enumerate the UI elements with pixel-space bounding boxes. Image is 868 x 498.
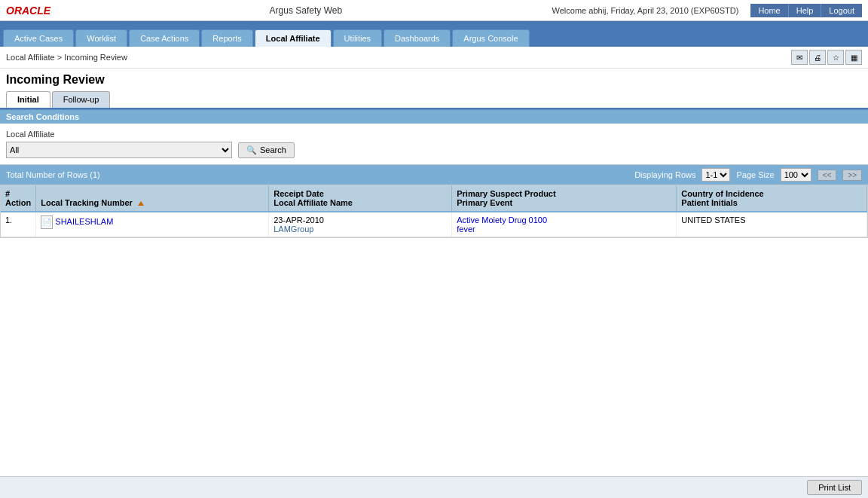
search-row: All 🔍 Search bbox=[6, 142, 862, 158]
bookmark-icon-btn[interactable]: ☆ bbox=[827, 50, 844, 65]
search-field-label: Local Affiliate bbox=[6, 130, 862, 139]
next-page-btn[interactable]: >> bbox=[842, 170, 862, 181]
grid-icon-btn[interactable]: ▦ bbox=[845, 50, 862, 65]
welcome-text: Welcome abhij, Friday, April 23, 2010 (E… bbox=[552, 6, 739, 15]
cell-receipt-date: 23-APR-2010 LAMGroup bbox=[269, 212, 452, 237]
sort-arrow-icon bbox=[138, 201, 144, 206]
breadcrumb: Local Affiliate > Incoming Review bbox=[6, 53, 127, 62]
search-button-label: Search bbox=[260, 145, 286, 154]
sub-tab-followup[interactable]: Follow-up bbox=[52, 91, 111, 108]
cell-country: UNITED STATES bbox=[677, 212, 867, 237]
table-row: 1. 📄 SHAILESHLAM 23-APR-2010 LAMGroup Ac… bbox=[1, 212, 867, 237]
page-footer: Print List bbox=[0, 476, 868, 498]
tab-reports[interactable]: Reports bbox=[201, 29, 253, 47]
results-bar-right: Displaying Rows 1-1 Page Size 100 25 50 … bbox=[634, 168, 862, 182]
breadcrumb-bar: Local Affiliate > Incoming Review ✉ 🖨 ☆ … bbox=[0, 47, 868, 69]
email-icon-btn[interactable]: ✉ bbox=[791, 50, 808, 65]
col-receipt-date: Receipt Date Local Affiliate Name bbox=[269, 185, 452, 212]
sub-tab-initial[interactable]: Initial bbox=[6, 91, 50, 108]
col-num-action: # Action bbox=[1, 185, 36, 212]
primary-product[interactable]: Active Moiety Drug 0100 bbox=[457, 215, 671, 225]
results-bar: Total Number of Rows (1) Displaying Rows… bbox=[0, 165, 868, 185]
page-size-label: Page Size bbox=[736, 170, 774, 179]
local-affiliate-select[interactable]: All bbox=[6, 142, 232, 158]
app-title: Argus Safety Web bbox=[60, 5, 552, 16]
primary-event[interactable]: fever bbox=[457, 225, 671, 234]
affiliate-name: LAMGroup bbox=[274, 225, 447, 234]
results-table: # Action Local Tracking Number Receipt D… bbox=[1, 185, 867, 237]
oracle-logo: ORACLE bbox=[6, 5, 50, 17]
displaying-rows-select[interactable]: 1-1 bbox=[701, 168, 730, 182]
receipt-date: 23-APR-2010 bbox=[274, 215, 447, 225]
logout-link[interactable]: Logout bbox=[821, 4, 862, 17]
tab-utilities[interactable]: Utilities bbox=[333, 29, 382, 47]
cell-product: Active Moiety Drug 0100 fever bbox=[452, 212, 677, 237]
home-link[interactable]: Home bbox=[750, 4, 788, 17]
search-icon: 🔍 bbox=[246, 145, 257, 155]
total-rows-label: Total Number of Rows (1) bbox=[6, 170, 100, 179]
table-wrapper: # Action Local Tracking Number Receipt D… bbox=[0, 185, 868, 238]
doc-icon[interactable]: 📄 bbox=[41, 215, 53, 229]
tab-worklist[interactable]: Worklist bbox=[75, 29, 127, 47]
tab-active-cases[interactable]: Active Cases bbox=[3, 29, 74, 47]
cell-num: 1. bbox=[1, 212, 36, 237]
help-link[interactable]: Help bbox=[789, 4, 822, 17]
print-list-button[interactable]: Print List bbox=[807, 480, 862, 495]
breadcrumb-icons: ✉ 🖨 ☆ ▦ bbox=[791, 50, 862, 65]
tab-dashboards[interactable]: Dashboards bbox=[384, 29, 451, 47]
search-button[interactable]: 🔍 Search bbox=[238, 142, 295, 158]
print-icon-btn[interactable]: 🖨 bbox=[809, 50, 826, 65]
displaying-label: Displaying Rows bbox=[634, 170, 695, 179]
search-conditions-header: Search Conditions bbox=[0, 109, 868, 124]
search-form-area: Local Affiliate All 🔍 Search bbox=[0, 124, 868, 165]
tab-case-actions[interactable]: Case Actions bbox=[129, 29, 200, 47]
top-bar: ORACLE Argus Safety Web Welcome abhij, F… bbox=[0, 0, 868, 21]
tab-local-affiliate[interactable]: Local Affiliate bbox=[255, 29, 332, 47]
table-header-row: # Action Local Tracking Number Receipt D… bbox=[1, 185, 867, 212]
country-value: UNITED STATES bbox=[681, 215, 862, 225]
prev-page-btn[interactable]: << bbox=[818, 170, 837, 181]
tracking-number-link[interactable]: SHAILESHLAM bbox=[55, 217, 113, 226]
col-country: Country of Incidence Patient Initials bbox=[677, 185, 867, 212]
sub-tabs: Initial Follow-up bbox=[0, 90, 868, 108]
top-nav-links: Home Help Logout bbox=[750, 4, 862, 17]
tab-argus-console[interactable]: Argus Console bbox=[452, 29, 529, 47]
nav-tabs-bar: Active Cases Worklist Case Actions Repor… bbox=[0, 21, 868, 47]
cell-action: 📄 SHAILESHLAM bbox=[36, 212, 269, 237]
page-title-area: Incoming Review bbox=[0, 69, 868, 90]
col-primary-product: Primary Suspect Product Primary Event bbox=[452, 185, 677, 212]
page-size-select[interactable]: 100 25 50 bbox=[781, 168, 811, 182]
page-title: Incoming Review bbox=[6, 73, 862, 87]
col-tracking-number[interactable]: Local Tracking Number bbox=[36, 185, 269, 212]
